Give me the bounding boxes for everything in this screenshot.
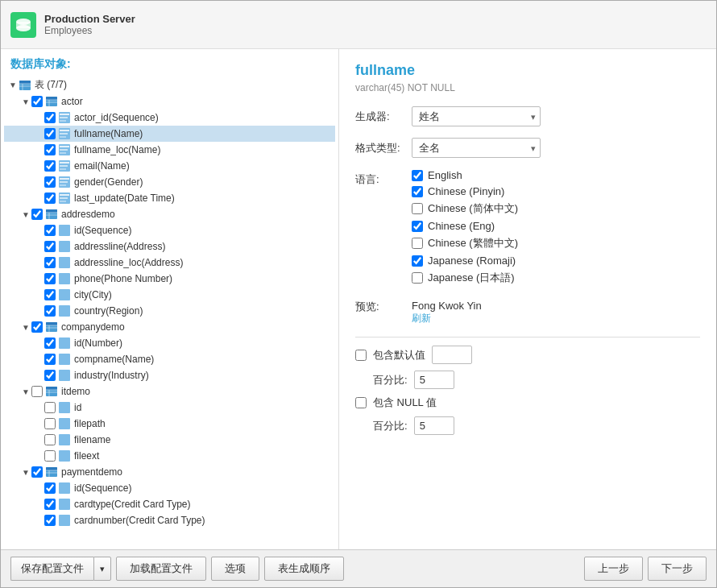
field-icon (58, 449, 71, 462)
load-config-button[interactable]: 加载配置文件 (116, 557, 206, 581)
svg-rect-66 (46, 467, 57, 470)
field-city[interactable]: city(City) (4, 287, 335, 303)
tree-container[interactable]: 表 (7/7) actor (1, 77, 338, 549)
group-actor[interactable]: actor (4, 93, 335, 110)
fullname-label: fullname(Name) (74, 128, 143, 139)
group-companydemo[interactable]: companydemo (4, 319, 335, 335)
lang-chinese-pinyin-checkbox[interactable] (412, 186, 423, 197)
lang-chinese-traditional-checkbox[interactable] (412, 238, 423, 249)
email-checkbox[interactable] (44, 160, 56, 172)
field-icon (58, 433, 71, 446)
field-email[interactable]: email(Name) (4, 158, 335, 174)
save-config-arrow[interactable]: ▾ (93, 557, 111, 581)
default-value-input[interactable] (432, 346, 472, 364)
field-fullname-loc[interactable]: fullname_loc(Name) (4, 142, 335, 158)
city-checkbox[interactable] (44, 289, 56, 300)
actor-id-checkbox[interactable] (44, 112, 56, 123)
field-title: fullname (355, 62, 700, 79)
next-button[interactable]: 下一步 (648, 557, 707, 581)
lang-chinese-simplified-label: Chinese (简体中文) (428, 201, 518, 216)
fullname-loc-checkbox[interactable] (44, 144, 56, 155)
field-country[interactable]: country(Region) (4, 303, 335, 319)
field-filepath[interactable]: filepath (4, 416, 335, 432)
addressline-checkbox[interactable] (44, 241, 56, 252)
field-payment-id[interactable]: id(Sequence) (4, 480, 335, 496)
itdemo-checkbox[interactable] (31, 386, 43, 397)
field-compname[interactable]: compname(Name) (4, 351, 335, 367)
company-checkbox[interactable] (31, 321, 43, 333)
svg-rect-27 (60, 165, 68, 167)
field-last-update[interactable]: last_update(Date Time) (4, 190, 335, 206)
percent1-input[interactable] (414, 371, 454, 389)
cardnumber-checkbox[interactable] (44, 515, 56, 526)
field-addressline-loc[interactable]: addressline_loc(Address) (4, 255, 335, 271)
field-fullname[interactable]: fullname(Name) (4, 126, 335, 142)
field-industry[interactable]: industry(Industry) (4, 367, 335, 383)
field-gender[interactable]: gender(Gender) (4, 174, 335, 190)
generator-select[interactable]: 姓名 (412, 106, 541, 126)
include-null-checkbox[interactable] (355, 397, 367, 408)
actor-checkbox[interactable] (31, 96, 43, 107)
group-itdemo[interactable]: itdemo (4, 383, 335, 400)
payment-id-checkbox[interactable] (44, 482, 56, 494)
cardtype-checkbox[interactable] (44, 499, 56, 510)
group-addresdemo[interactable]: addresdemo (4, 206, 335, 222)
lang-japanese: Japanese (日本語) (412, 271, 700, 285)
include-default-label: 包含默认值 (373, 348, 425, 362)
filename-checkbox[interactable] (44, 434, 56, 445)
lang-japanese-romaji-checkbox[interactable] (412, 255, 423, 267)
save-config-button[interactable]: 保存配置文件 (10, 557, 93, 581)
refresh-link[interactable]: 刷新 (412, 313, 431, 324)
field-company-id[interactable]: id(Number) (4, 335, 335, 351)
generate-order-button[interactable]: 表生成顺序 (264, 557, 344, 581)
field-cardnumber[interactable]: cardnumber(Credit Card Type) (4, 512, 335, 528)
title-bar: Production Server Employees (1, 1, 716, 49)
phone-checkbox[interactable] (44, 273, 56, 284)
addres-checkbox[interactable] (31, 209, 43, 220)
actor-table-icon (45, 95, 58, 108)
gender-checkbox[interactable] (44, 176, 56, 188)
main-window: Production Server Employees 数据库对象: (0, 0, 717, 588)
field-cardtype[interactable]: cardtype(Credit Card Type) (4, 496, 335, 512)
percent2-input[interactable] (414, 416, 454, 435)
filename-label: filename (74, 434, 110, 445)
prev-button[interactable]: 上一步 (584, 557, 643, 581)
field-fileext[interactable]: fileext (4, 448, 335, 464)
lang-english-checkbox[interactable] (412, 170, 423, 181)
include-default-checkbox[interactable] (355, 350, 367, 361)
options-button[interactable]: 选项 (211, 557, 259, 581)
filepath-checkbox[interactable] (44, 418, 56, 429)
fullname-checkbox[interactable] (44, 128, 56, 139)
payment-checkbox[interactable] (31, 466, 43, 478)
field-it-id[interactable]: id (4, 400, 335, 416)
field-actor-id[interactable]: actor_id(Sequence) (4, 110, 335, 126)
field-icon (58, 482, 71, 495)
format-select[interactable]: 全名 名 姓 (412, 138, 541, 158)
percent1-row: 百分比: (373, 371, 700, 389)
lang-japanese-checkbox[interactable] (412, 272, 423, 284)
svg-rect-16 (60, 120, 66, 122)
group-paymentdemo[interactable]: paymentdemo (4, 464, 335, 480)
company-id-checkbox[interactable] (44, 337, 56, 349)
addres-id-checkbox[interactable] (44, 225, 56, 236)
compname-checkbox[interactable] (44, 354, 56, 365)
field-filename[interactable]: filename (4, 432, 335, 448)
lang-chinese-eng-checkbox[interactable] (412, 221, 423, 232)
field-addressline[interactable]: addressline(Address) (4, 238, 335, 255)
country-checkbox[interactable] (44, 305, 56, 317)
field-phone[interactable]: phone(Phone Number) (4, 271, 335, 287)
field-addres-id[interactable]: id(Sequence) (4, 222, 335, 238)
tree-root[interactable]: 表 (7/7) (4, 77, 335, 93)
lang-label: 语言: (355, 169, 412, 187)
lang-chinese-simplified-checkbox[interactable] (412, 203, 423, 214)
company-arrow (20, 321, 31, 333)
it-id-checkbox[interactable] (44, 402, 56, 413)
generator-control: 姓名 (412, 106, 700, 126)
svg-rect-22 (60, 146, 69, 147)
svg-rect-15 (60, 117, 68, 118)
addressline-loc-checkbox[interactable] (44, 257, 56, 268)
field-icon (58, 498, 71, 511)
last-update-checkbox[interactable] (44, 193, 56, 204)
fileext-checkbox[interactable] (44, 450, 56, 462)
industry-checkbox[interactable] (44, 370, 56, 381)
